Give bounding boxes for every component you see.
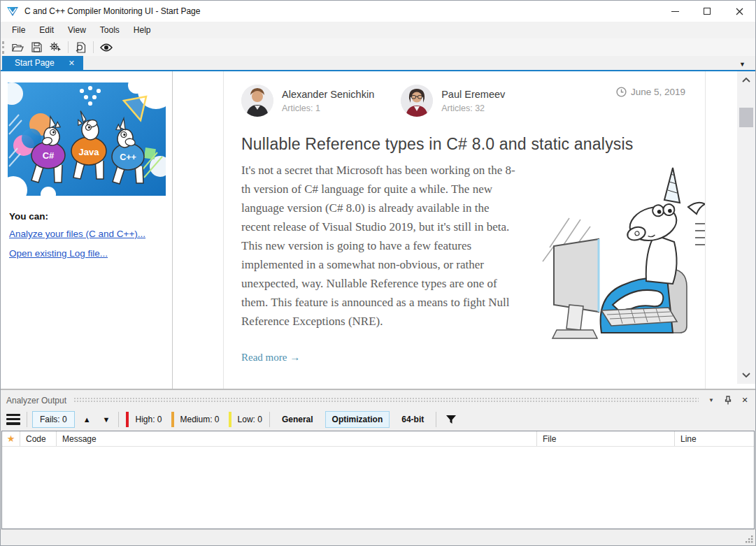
window-title: C and C++ Compiler Monitoring UI - Start…: [24, 6, 200, 16]
toolbar-separator: [27, 412, 27, 427]
menu-help[interactable]: Help: [127, 22, 158, 38]
grid-header-row: ★ Code Message File Line: [2, 431, 754, 447]
app-window: { "window": { "title": "C and C++ Compil…: [0, 0, 756, 546]
low-severity-bar-icon: [229, 412, 231, 427]
author-2: Paul Eremeev Articles: 32: [401, 85, 505, 117]
analyze-files-button[interactable]: [73, 40, 89, 55]
maximize-icon: [704, 8, 711, 15]
analyze-files-link[interactable]: Analyze your files (C and C++)...: [9, 229, 166, 239]
tab-label: Start Page: [15, 58, 55, 68]
save-log-button[interactable]: [29, 40, 45, 55]
panel-close-icon[interactable]: ✕: [739, 396, 750, 405]
menu-view[interactable]: View: [61, 22, 93, 38]
scrollbar-column: [737, 71, 755, 389]
medium-severity-bar-icon: [171, 412, 174, 427]
read-more-link[interactable]: Read more →: [241, 352, 300, 364]
high-filter-button[interactable]: High: 0: [126, 412, 162, 427]
scroll-up-button[interactable]: [737, 71, 755, 89]
menu-file[interactable]: File: [5, 22, 32, 38]
column-header-message[interactable]: Message: [57, 431, 537, 446]
shirt-label-java: Java: [79, 147, 100, 157]
open-log-link[interactable]: Open existing Log file...: [9, 248, 166, 259]
minimize-button[interactable]: [659, 1, 691, 22]
title-bar: C and C++ Compiler Monitoring UI - Start…: [1, 1, 755, 22]
64bit-toggle-button[interactable]: 64-bit: [394, 411, 431, 428]
menu-tools[interactable]: Tools: [93, 22, 127, 38]
app-logo-icon: [6, 5, 19, 17]
author-name: Alexander Senichkin: [282, 89, 374, 100]
high-severity-bar-icon: [126, 412, 129, 427]
monitoring-button[interactable]: [98, 40, 114, 55]
article-body-row: It's not a secret that Microsoft has bee…: [241, 161, 705, 343]
low-filter-button[interactable]: Low: 0: [229, 412, 262, 427]
scroll-down-button[interactable]: [737, 366, 755, 384]
minimize-icon: [671, 11, 679, 12]
start-page-content: Alexander Senichkin Articles: 1: [173, 71, 737, 389]
main-toolbar: [1, 38, 755, 56]
column-header-code[interactable]: Code: [20, 431, 57, 446]
favorites-column-header[interactable]: ★: [2, 431, 20, 446]
unicorns-banner-image: C# Java: [8, 82, 166, 196]
toolbar-separator: [93, 41, 94, 53]
pin-icon[interactable]: [722, 396, 734, 405]
save-icon: [31, 42, 42, 52]
window-position-dropdown-icon[interactable]: ▼: [706, 396, 717, 405]
author-1: Alexander Senichkin Articles: 1: [241, 85, 374, 117]
medium-filter-button[interactable]: Medium: 0: [171, 412, 220, 427]
panel-drag-texture[interactable]: [73, 397, 699, 403]
window-controls: [659, 1, 755, 22]
article-card: Alexander Senichkin Articles: 1: [223, 71, 706, 389]
publish-date: June 5, 2019: [616, 85, 685, 97]
open-folder-icon: [12, 43, 24, 52]
prev-message-button[interactable]: ▲: [80, 414, 94, 425]
messages-table-body[interactable]: [2, 447, 754, 529]
start-page-sidebar: C# Java: [1, 71, 173, 389]
resize-grip[interactable]: [744, 534, 754, 544]
tab-start-page[interactable]: Start Page ✕: [2, 56, 83, 70]
settings-gears-icon: [50, 42, 62, 52]
tab-list-dropdown-icon[interactable]: ▼: [739, 61, 746, 68]
chevron-down-icon: [742, 373, 750, 378]
analyzer-output-panel: Analyzer Output ▼ ✕ Fails: 0 ▲ ▼ High: 0…: [1, 389, 755, 529]
next-message-button[interactable]: ▼: [99, 414, 114, 425]
close-icon: [736, 8, 743, 15]
sidebar-heading: You can:: [9, 211, 166, 222]
panel-title: Analyzer Output: [6, 396, 66, 405]
column-header-line[interactable]: Line: [675, 431, 754, 446]
publish-date-text: June 5, 2019: [631, 87, 685, 97]
optimization-toggle-button[interactable]: Optimization: [325, 411, 390, 428]
unicorn-computer-illustration: [529, 162, 705, 343]
tab-close-icon[interactable]: ✕: [69, 59, 75, 67]
avatar-alexander: [241, 85, 273, 117]
menu-icon[interactable]: [5, 414, 22, 425]
toolbar-grip[interactable]: [2, 41, 5, 54]
messages-grid: ★ Code Message File Line: [1, 431, 755, 529]
menu-edit[interactable]: Edit: [32, 22, 61, 38]
column-header-file[interactable]: File: [537, 431, 675, 446]
scrollbar-thumb[interactable]: [739, 108, 753, 127]
filter-funnel-icon: [445, 415, 457, 424]
toolbar-separator: [436, 412, 436, 427]
shirt-label-csharp: C#: [43, 150, 55, 161]
author-articles-count: Articles: 1: [282, 103, 374, 113]
toolbar-separator: [118, 412, 119, 427]
status-bar: [1, 529, 755, 545]
maximize-button[interactable]: [691, 1, 723, 22]
fails-filter-button[interactable]: Fails: 0: [32, 411, 75, 428]
article-excerpt: It's not a secret that Microsoft has bee…: [241, 161, 520, 343]
article-title: Nullable Reference types in C# 8.0 and s…: [241, 135, 705, 154]
menu-bar: File Edit View Tools Help: [1, 22, 755, 38]
toolbar-separator: [269, 412, 270, 427]
general-toggle-button[interactable]: General: [275, 411, 320, 428]
shirt-label-cpp: C++: [120, 152, 136, 162]
analyzer-panel-header: Analyzer Output ▼ ✕: [1, 393, 755, 408]
chevron-up-icon: [742, 78, 750, 82]
star-icon: ★: [7, 433, 15, 444]
author-name: Paul Eremeev: [441, 89, 505, 100]
eye-icon: [100, 43, 113, 52]
filter-button[interactable]: [441, 413, 461, 426]
settings-button[interactable]: [48, 40, 64, 55]
close-button[interactable]: [723, 1, 755, 22]
open-file-button[interactable]: [10, 40, 26, 55]
content-scrollbar[interactable]: [737, 71, 755, 384]
